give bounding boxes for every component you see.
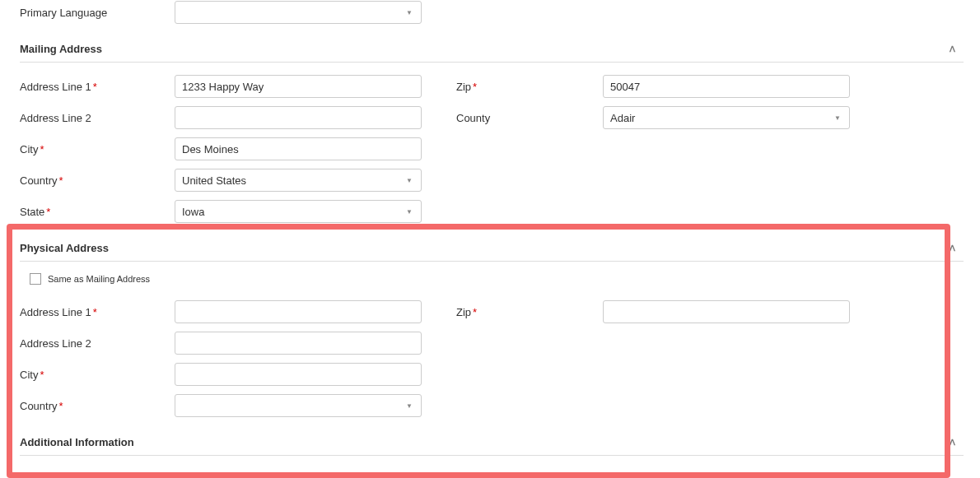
- chevron-up-icon: ᐱ: [950, 244, 955, 253]
- required-marker: *: [59, 400, 63, 412]
- row-physical-address1: Address Line 1* Zip*: [20, 299, 964, 324]
- mailing-country-value: United States: [182, 174, 246, 187]
- primary-language-select[interactable]: ▼: [175, 1, 422, 24]
- primary-language-label: Primary Language: [20, 7, 175, 19]
- physical-address2-input[interactable]: [175, 332, 422, 355]
- required-marker: *: [473, 306, 477, 318]
- mailing-county-label: County: [456, 112, 603, 124]
- required-marker: *: [40, 369, 44, 381]
- mailing-county-value: Adair: [610, 112, 635, 124]
- same-as-mailing-label: Same as Mailing Address: [48, 274, 150, 284]
- same-as-mailing-checkbox[interactable]: [30, 273, 41, 285]
- mailing-address1-label: Address Line 1*: [20, 81, 175, 93]
- required-marker: *: [93, 306, 97, 318]
- row-mailing-address2: Address Line 2 County Adair ▼: [20, 105, 964, 130]
- mailing-county-select[interactable]: Adair ▼: [603, 106, 850, 129]
- same-as-mailing-row: Same as Mailing Address: [30, 273, 964, 285]
- physical-country-select[interactable]: ▼: [175, 394, 422, 417]
- mailing-city-label: City*: [20, 143, 175, 155]
- chevron-up-icon: ᐱ: [950, 44, 955, 53]
- chevron-up-icon: ᐱ: [950, 438, 955, 447]
- section-mailing-title: Mailing Address: [20, 43, 102, 55]
- caret-down-icon: ▼: [406, 9, 413, 16]
- section-physical-address[interactable]: Physical Address ᐱ: [20, 230, 964, 262]
- section-additional-info[interactable]: Additional Information ᐱ: [20, 425, 964, 456]
- required-marker: *: [46, 206, 50, 218]
- physical-address1-input[interactable]: [175, 300, 422, 323]
- mailing-state-label: State*: [20, 206, 175, 218]
- mailing-address1-input[interactable]: [175, 75, 422, 98]
- row-mailing-state: State* Iowa ▼: [20, 199, 964, 224]
- row-mailing-address1: Address Line 1* Zip*: [20, 74, 964, 99]
- row-physical-country: Country* ▼: [20, 393, 964, 418]
- row-primary-language: Primary Language ▼: [20, 0, 964, 25]
- caret-down-icon: ▼: [834, 114, 841, 122]
- row-physical-city: City*: [20, 362, 964, 387]
- required-marker: *: [93, 81, 97, 93]
- row-mailing-city: City*: [20, 137, 964, 161]
- required-marker: *: [473, 81, 477, 93]
- mailing-city-input[interactable]: [175, 137, 422, 160]
- physical-zip-label: Zip*: [456, 306, 603, 318]
- caret-down-icon: ▼: [406, 402, 413, 410]
- physical-address2-label: Address Line 2: [20, 337, 175, 350]
- physical-country-label: Country*: [20, 400, 175, 412]
- mailing-address2-label: Address Line 2: [20, 112, 175, 124]
- section-additional-title: Additional Information: [20, 436, 134, 448]
- mailing-country-select[interactable]: United States ▼: [175, 169, 422, 192]
- row-mailing-country: Country* United States ▼: [20, 168, 964, 193]
- required-marker: *: [59, 174, 63, 187]
- mailing-state-select[interactable]: Iowa ▼: [175, 200, 422, 223]
- mailing-zip-input[interactable]: [603, 75, 850, 98]
- mailing-country-label: Country*: [20, 174, 175, 187]
- row-physical-address2: Address Line 2: [20, 331, 964, 355]
- physical-zip-input[interactable]: [603, 300, 850, 323]
- physical-city-label: City*: [20, 369, 175, 381]
- caret-down-icon: ▼: [406, 177, 413, 184]
- section-mailing-address[interactable]: Mailing Address ᐱ: [20, 31, 964, 63]
- section-physical-title: Physical Address: [20, 242, 109, 254]
- mailing-zip-label: Zip*: [456, 81, 603, 93]
- required-marker: *: [40, 143, 44, 155]
- physical-address1-label: Address Line 1*: [20, 306, 175, 318]
- physical-city-input[interactable]: [175, 363, 422, 386]
- mailing-state-value: Iowa: [182, 206, 204, 218]
- mailing-address2-input[interactable]: [175, 106, 422, 129]
- caret-down-icon: ▼: [406, 208, 413, 216]
